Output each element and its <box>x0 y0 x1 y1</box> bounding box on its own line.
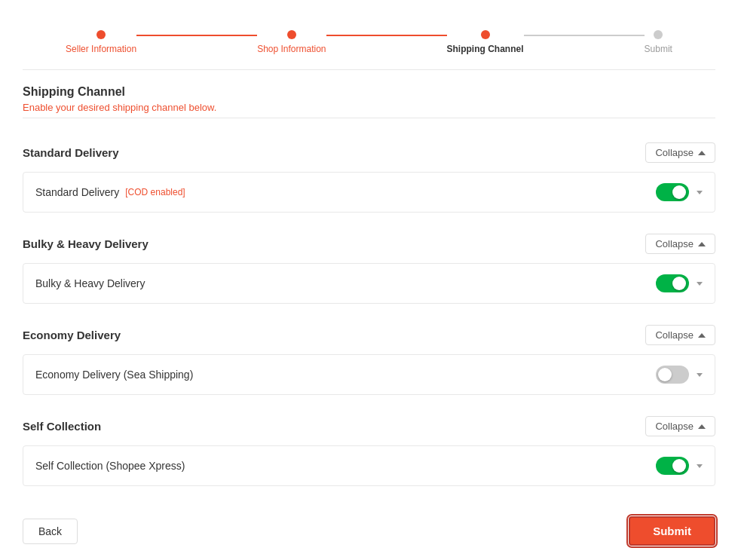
selfcollection-toggle-slider <box>656 457 689 475</box>
bottom-bar: Back Submit <box>23 509 715 546</box>
step-dot-2 <box>287 30 296 39</box>
submit-button[interactable]: Submit <box>629 516 715 546</box>
section-title: Shipping Channel <box>23 85 715 99</box>
step-line-1 <box>136 35 257 36</box>
standard-row-name: Standard Delivery <box>35 186 119 198</box>
step-dot-3 <box>481 30 490 39</box>
step-label-4: Submit <box>645 44 672 54</box>
step-line-2 <box>326 35 447 36</box>
selfcollection-collapse-label: Collapse <box>655 421 694 432</box>
step-shipping-channel: Shipping Channel <box>447 30 524 54</box>
bulky-collapse-button[interactable]: Collapse <box>645 234 715 254</box>
selfcollection-delivery-row: Self Collection (Shopee Xpress) <box>23 445 715 486</box>
step-label-2: Shop Information <box>257 44 326 54</box>
standard-row-right <box>656 183 703 201</box>
bulky-row-right <box>656 274 703 292</box>
delivery-group-economy: Economy Delivery Collapse Economy Delive… <box>23 316 715 395</box>
economy-group-header: Economy Delivery Collapse <box>23 316 715 354</box>
bulky-group-title: Bulky & Heavy Delivery <box>23 237 149 250</box>
economy-chevron-up-icon <box>698 333 706 338</box>
step-seller-information: Seller Information <box>66 30 136 54</box>
standard-collapse-button[interactable]: Collapse <box>645 142 715 163</box>
standard-group-title: Standard Delivery <box>23 146 119 159</box>
selfcollection-row-right <box>656 457 703 475</box>
economy-chevron-down-icon[interactable] <box>697 373 703 377</box>
top-divider <box>23 69 715 70</box>
delivery-group-bulky: Bulky & Heavy Delivery Collapse Bulky & … <box>23 225 715 304</box>
step-line-3 <box>524 35 645 36</box>
step-shop-information: Shop Information <box>257 30 326 54</box>
bulky-chevron-up-icon <box>698 242 706 246</box>
selfcollection-group-header: Self Collection Collapse <box>23 407 715 445</box>
selfcollection-chevron-up-icon <box>698 424 706 429</box>
step-label-3: Shipping Channel <box>447 44 524 54</box>
economy-collapse-label: Collapse <box>655 329 694 341</box>
bulky-toggle[interactable] <box>656 274 689 292</box>
page-wrapper: Seller Information Shop Information Ship… <box>0 0 738 560</box>
delivery-group-selfcollection: Self Collection Collapse Self Collection… <box>23 407 715 486</box>
selfcollection-chevron-down-icon[interactable] <box>697 464 703 468</box>
selfcollection-row-left: Self Collection (Shopee Xpress) <box>35 460 185 472</box>
selfcollection-row-name: Self Collection (Shopee Xpress) <box>35 460 185 472</box>
standard-group-header: Standard Delivery Collapse <box>23 133 715 172</box>
bulky-chevron-down-icon[interactable] <box>697 282 703 286</box>
bulky-row-name: Bulky & Heavy Delivery <box>35 277 145 289</box>
standard-collapse-label: Collapse <box>655 147 694 158</box>
step-label-1: Seller Information <box>66 44 136 54</box>
bulky-toggle-slider <box>656 274 689 292</box>
economy-delivery-row: Economy Delivery (Sea Shipping) <box>23 354 715 395</box>
standard-delivery-row: Standard Delivery [COD enabled] <box>23 172 715 213</box>
step-dot-1 <box>96 30 106 39</box>
stepper: Seller Information Shop Information Ship… <box>23 15 715 66</box>
delivery-group-standard: Standard Delivery Collapse Standard Deli… <box>23 133 715 213</box>
step-submit: Submit <box>645 30 672 54</box>
selfcollection-collapse-button[interactable]: Collapse <box>645 416 715 436</box>
standard-toggle-slider <box>656 183 689 201</box>
standard-row-left: Standard Delivery [COD enabled] <box>35 186 185 198</box>
selfcollection-toggle[interactable] <box>656 457 689 475</box>
standard-chevron-up-icon <box>698 151 706 155</box>
bulky-delivery-row: Bulky & Heavy Delivery <box>23 263 715 304</box>
economy-toggle-slider <box>656 366 689 384</box>
bulky-row-left: Bulky & Heavy Delivery <box>35 277 145 289</box>
section-header: Shipping Channel Enable your desired shi… <box>23 85 715 113</box>
economy-row-right <box>656 366 703 384</box>
back-button[interactable]: Back <box>23 519 78 544</box>
section-divider <box>23 118 715 118</box>
standard-chevron-down-icon[interactable] <box>697 191 703 194</box>
standard-cod-badge: [COD enabled] <box>125 187 185 197</box>
bulky-collapse-label: Collapse <box>655 238 694 249</box>
economy-toggle[interactable] <box>656 366 689 384</box>
step-dot-4 <box>654 30 663 39</box>
bulky-group-header: Bulky & Heavy Delivery Collapse <box>23 225 715 263</box>
economy-row-left: Economy Delivery (Sea Shipping) <box>35 369 193 381</box>
economy-group-title: Economy Delivery <box>23 329 121 341</box>
section-subtitle: Enable your desired shipping channel bel… <box>23 102 715 113</box>
economy-row-name: Economy Delivery (Sea Shipping) <box>35 369 193 381</box>
economy-collapse-button[interactable]: Collapse <box>645 325 715 345</box>
selfcollection-group-title: Self Collection <box>23 420 101 433</box>
standard-toggle[interactable] <box>656 183 689 201</box>
